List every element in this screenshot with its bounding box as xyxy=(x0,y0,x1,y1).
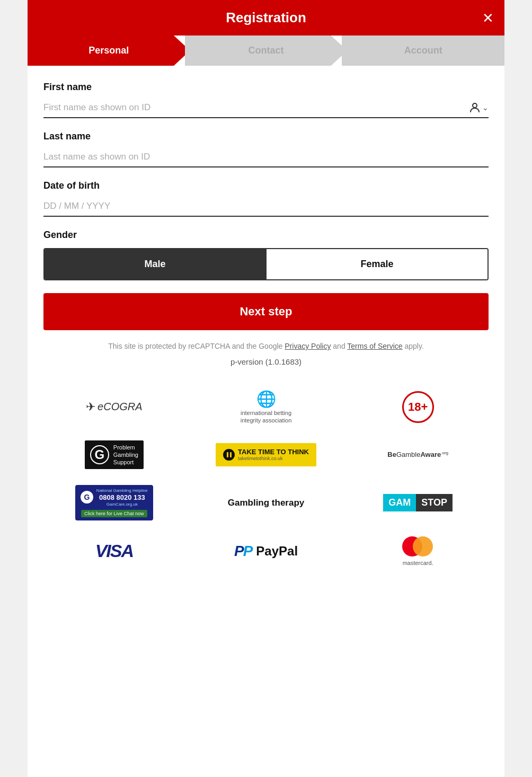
first-name-input[interactable] xyxy=(43,98,464,117)
pause-icon xyxy=(223,449,235,461)
gamcare-logo: G Problem Gambling Support xyxy=(38,440,190,470)
next-step-button[interactable]: Next step xyxy=(43,293,489,330)
gambling-therapy-logo: Gambling therapy xyxy=(190,498,342,508)
step-personal[interactable]: Personal xyxy=(28,36,190,66)
registration-form: First name ⌄ Last name Date of bir xyxy=(28,66,504,390)
close-button[interactable]: ✕ xyxy=(482,11,494,25)
mastercard-logo: mastercard. xyxy=(342,536,494,566)
ecogra-logo: ✈ eCOGRA xyxy=(38,400,190,414)
dob-label: Date of birth xyxy=(43,180,489,191)
modal-title: Registration xyxy=(226,10,306,26)
step-contact[interactable]: Contact xyxy=(185,36,348,66)
gender-label: Gender xyxy=(43,229,489,241)
svg-point-0 xyxy=(473,103,477,108)
dob-input-wrap xyxy=(43,197,489,217)
ngh-logo: G National Gambling Helpline 0808 8020 1… xyxy=(38,485,190,520)
last-name-input-wrap xyxy=(43,147,489,167)
logos-row-3: G National Gambling Helpline 0808 8020 1… xyxy=(38,485,494,520)
chevron-down-icon: ⌄ xyxy=(482,103,489,112)
first-name-input-wrap: ⌄ xyxy=(43,98,489,118)
gender-buttons: Male Female xyxy=(43,248,489,280)
gender-female-button[interactable]: Female xyxy=(265,249,487,279)
first-name-group: First name ⌄ xyxy=(43,82,489,118)
logos-row-1: ✈ eCOGRA 🌐 international betting integri… xyxy=(38,390,494,425)
paypal-logo: P P PayPal xyxy=(190,543,342,560)
person-icon[interactable]: ⌄ xyxy=(468,101,489,114)
age-18-badge: 18+ xyxy=(342,391,494,423)
privacy-policy-link[interactable]: Privacy Policy xyxy=(285,342,331,350)
step-account[interactable]: Account xyxy=(342,36,504,66)
gamstop-logo: GAM STOP xyxy=(342,494,494,511)
logos-row-4: VISA P P PayPal mastercard. xyxy=(38,536,494,566)
intl-betting-logo: 🌐 international betting integrity associ… xyxy=(190,390,342,425)
dob-input[interactable] xyxy=(43,197,489,216)
take-time-logo: TAKE TIME TO THINK taketimetothink.co.uk xyxy=(190,443,342,466)
logos-row-2: G Problem Gambling Support TAKE xyxy=(38,440,494,470)
begambleaware-logo: BeGambleAware.org xyxy=(342,451,494,458)
gender-section: Gender Male Female xyxy=(43,229,489,280)
dob-group: Date of birth xyxy=(43,180,489,217)
recaptcha-notice: This site is protected by reCAPTCHA and … xyxy=(49,341,483,352)
last-name-input[interactable] xyxy=(43,147,489,166)
registration-modal: Registration ✕ Personal Contact Account … xyxy=(28,0,504,777)
mastercard-orange-circle xyxy=(413,536,433,557)
logos-section: ✈ eCOGRA 🌐 international betting integri… xyxy=(28,390,504,598)
last-name-group: Last name xyxy=(43,131,489,167)
steps-bar: Personal Contact Account xyxy=(28,36,504,66)
first-name-label: First name xyxy=(43,82,489,93)
version-text: p-version (1.0.1683) xyxy=(43,357,489,366)
gender-male-button[interactable]: Male xyxy=(45,249,265,279)
terms-of-service-link[interactable]: Terms of Service xyxy=(347,342,402,350)
visa-logo: VISA xyxy=(38,541,190,561)
last-name-label: Last name xyxy=(43,131,489,142)
modal-header: Registration ✕ xyxy=(28,0,504,36)
